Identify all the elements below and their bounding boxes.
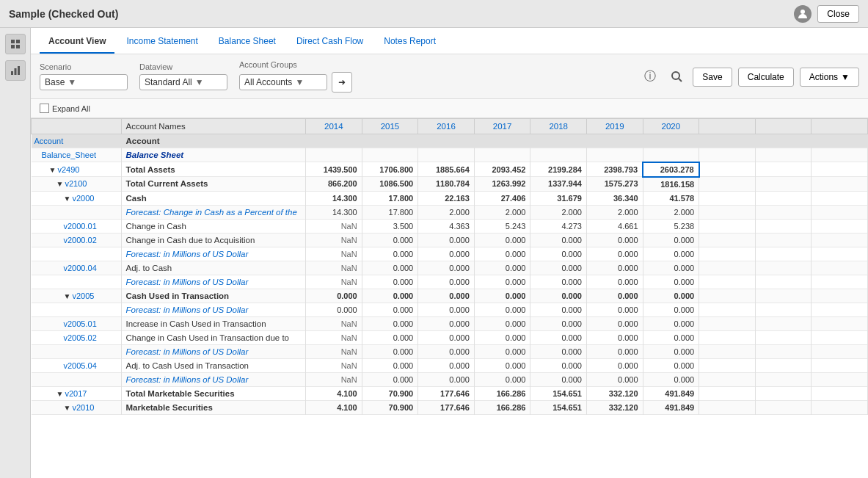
col-2019[interactable]: 2019 xyxy=(586,119,643,134)
cell-value[interactable]: 1337.944 xyxy=(530,177,587,192)
cell-value[interactable] xyxy=(306,134,362,148)
cell-value[interactable]: 0.000 xyxy=(418,316,475,330)
col-2015[interactable]: 2015 xyxy=(362,119,418,134)
info-icon[interactable]: ⓘ xyxy=(640,66,660,87)
save-button[interactable]: Save xyxy=(693,68,732,87)
collapse-icon[interactable]: ▼ xyxy=(64,404,71,411)
search-icon[interactable] xyxy=(666,66,687,87)
cell-value[interactable]: 1575.273 xyxy=(586,177,643,192)
cell-value[interactable]: 0.000 xyxy=(643,233,699,247)
cell-value[interactable]: 0.000 xyxy=(643,275,699,289)
cell-value[interactable]: 4.273 xyxy=(530,219,587,233)
cell-value[interactable]: 1263.992 xyxy=(474,177,530,192)
cell-value[interactable]: 22.163 xyxy=(418,191,475,205)
cell-value[interactable]: 0.000 xyxy=(362,358,418,372)
cell-value[interactable]: 0.000 xyxy=(530,275,587,289)
tab-account-view[interactable]: Account View xyxy=(40,30,114,54)
cell-value[interactable]: 1816.158 xyxy=(643,177,699,192)
cell-value[interactable]: 14.300 xyxy=(306,191,362,205)
cell-value[interactable]: 0.000 xyxy=(643,316,699,330)
cell-value[interactable]: 1180.784 xyxy=(418,177,475,192)
cell-value[interactable]: 154.651 xyxy=(530,386,587,400)
cell-value[interactable]: 0.000 xyxy=(362,330,418,344)
cell-value[interactable]: 0.000 xyxy=(643,261,699,275)
cell-value[interactable]: 2093.452 xyxy=(474,162,530,177)
cell-value[interactable]: 154.651 xyxy=(530,400,587,414)
cell-value[interactable]: 0.000 xyxy=(474,358,530,372)
cell-value[interactable]: 0.000 xyxy=(643,330,699,344)
cell-value[interactable]: 0.000 xyxy=(586,233,643,247)
cell-value[interactable]: 0.000 xyxy=(474,275,530,289)
collapse-icon[interactable]: ▼ xyxy=(56,390,64,397)
chart-icon[interactable] xyxy=(5,60,26,81)
cell-value[interactable]: 0.000 xyxy=(418,233,475,247)
expand-all-checkbox[interactable] xyxy=(40,104,49,113)
cell-value[interactable]: 2603.278 xyxy=(643,162,699,177)
cell-value[interactable]: 4.100 xyxy=(306,386,362,400)
cell-value[interactable]: 491.849 xyxy=(643,386,699,400)
cell-value[interactable]: 5.238 xyxy=(643,219,699,233)
cell-value[interactable]: 0.000 xyxy=(418,330,475,344)
cell-value[interactable]: 332.120 xyxy=(586,386,643,400)
cell-value[interactable]: 0.000 xyxy=(530,372,587,386)
cell-value[interactable]: 0.000 xyxy=(530,330,587,344)
cell-value[interactable]: 0.000 xyxy=(530,261,587,275)
cell-value[interactable]: 0.000 xyxy=(474,247,530,261)
col-2016[interactable]: 2016 xyxy=(418,119,475,134)
col-2017[interactable]: 2017 xyxy=(474,119,530,134)
dataview-select[interactable]: Standard All ▼ xyxy=(139,74,227,90)
cell-value[interactable]: 0.000 xyxy=(643,358,699,372)
cell-value[interactable]: 0.000 xyxy=(418,372,475,386)
account-groups-select[interactable]: All Accounts ▼ xyxy=(239,74,327,90)
cell-value[interactable]: 2398.793 xyxy=(586,162,643,177)
cell-value[interactable]: 866.200 xyxy=(306,177,362,192)
cell-value[interactable]: 2.000 xyxy=(474,205,530,219)
cell-value[interactable]: 0.000 xyxy=(530,303,587,316)
col-2018[interactable]: 2018 xyxy=(530,119,587,134)
cell-value[interactable] xyxy=(474,148,530,162)
cell-value[interactable]: 0.000 xyxy=(418,261,475,275)
cell-value[interactable]: 4.363 xyxy=(418,219,475,233)
cell-value[interactable] xyxy=(362,134,418,148)
cell-value[interactable]: 0.000 xyxy=(530,289,587,303)
cell-value[interactable]: 2199.284 xyxy=(530,162,587,177)
cell-value[interactable]: 4.661 xyxy=(586,219,643,233)
cell-value[interactable] xyxy=(530,148,587,162)
cell-value[interactable]: NaN xyxy=(306,233,362,247)
cell-value[interactable]: 0.000 xyxy=(418,303,475,316)
cell-value[interactable]: 0.000 xyxy=(306,303,362,316)
cell-value[interactable]: 0.000 xyxy=(418,289,475,303)
cell-value[interactable]: 0.000 xyxy=(643,344,699,358)
cell-value[interactable]: 0.000 xyxy=(474,261,530,275)
cell-value[interactable]: NaN xyxy=(306,247,362,261)
cell-value[interactable]: 0.000 xyxy=(586,247,643,261)
cell-value[interactable]: 5.243 xyxy=(474,219,530,233)
cell-value[interactable] xyxy=(586,148,643,162)
cell-value[interactable]: 0.000 xyxy=(474,344,530,358)
cell-value[interactable]: 0.000 xyxy=(418,247,475,261)
cell-value[interactable]: 0.000 xyxy=(362,289,418,303)
cell-value[interactable]: NaN xyxy=(306,330,362,344)
cell-value[interactable]: 1439.500 xyxy=(306,162,362,177)
col-2020[interactable]: 2020 xyxy=(643,119,699,134)
cell-value[interactable]: 0.000 xyxy=(530,316,587,330)
cell-value[interactable]: 0.000 xyxy=(586,372,643,386)
cell-value[interactable]: 0.000 xyxy=(362,316,418,330)
cell-value[interactable]: NaN xyxy=(306,261,362,275)
tab-income-statement[interactable]: Income Statement xyxy=(117,30,206,54)
cell-value[interactable]: 166.286 xyxy=(474,400,530,414)
cell-value[interactable]: 36.340 xyxy=(586,191,643,205)
cell-value[interactable]: 0.000 xyxy=(530,358,587,372)
cell-value[interactable]: 0.000 xyxy=(362,372,418,386)
cell-value[interactable]: 0.000 xyxy=(643,247,699,261)
cell-value[interactable]: 70.900 xyxy=(362,400,418,414)
cell-value[interactable] xyxy=(362,148,418,162)
cell-value[interactable]: 1086.500 xyxy=(362,177,418,192)
collapse-icon[interactable]: ▼ xyxy=(64,292,71,300)
cell-value[interactable]: 0.000 xyxy=(362,303,418,316)
cell-value[interactable]: 177.646 xyxy=(418,386,475,400)
cell-value[interactable]: 0.000 xyxy=(586,261,643,275)
cell-value[interactable]: 0.000 xyxy=(643,303,699,316)
expand-all-button[interactable]: Expand All xyxy=(40,104,90,113)
cell-value[interactable]: 491.849 xyxy=(643,400,699,414)
